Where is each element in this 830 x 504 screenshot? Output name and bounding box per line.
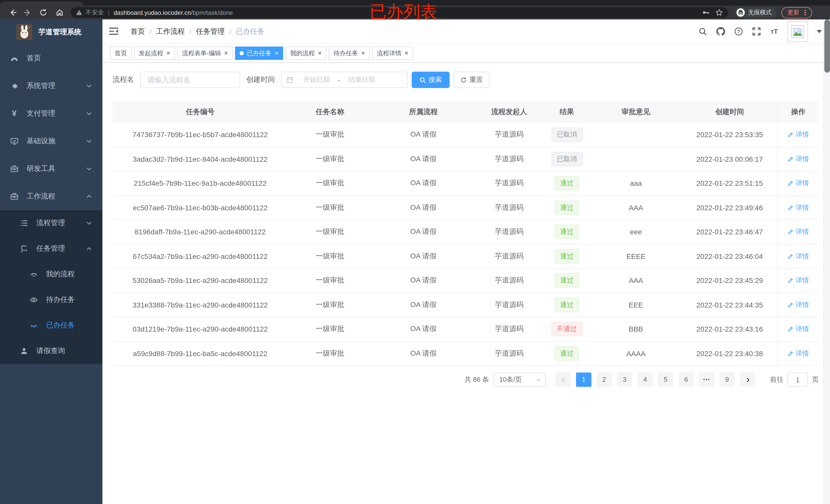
task-id-cell: 215cf4e5-7b9b-11ec-9a1b-acde48001122 bbox=[113, 171, 288, 195]
detail-button[interactable]: 详情 bbox=[788, 325, 809, 334]
url-path[interactable]: /bpm/task/done bbox=[191, 9, 233, 16]
detail-button[interactable]: 详情 bbox=[788, 349, 809, 358]
close-icon[interactable]: × bbox=[166, 49, 170, 57]
close-icon[interactable]: × bbox=[224, 49, 228, 57]
prev-page-button[interactable] bbox=[555, 372, 571, 387]
status-badge: 通过 bbox=[554, 201, 579, 215]
detail-label: 详情 bbox=[796, 130, 809, 139]
sidebar-item-任务管理[interactable]: 任务管理 bbox=[0, 236, 102, 262]
comment-cell bbox=[590, 123, 682, 146]
date-range-picker[interactable]: 开始日期 - 结束日期 bbox=[281, 72, 408, 88]
logo[interactable]: 芋道管理系统 bbox=[0, 20, 102, 44]
task-id-cell: a59c9d88-7b99-11ec-ba5c-acde48001122 bbox=[113, 341, 288, 365]
process-name-input[interactable] bbox=[140, 72, 240, 88]
task-name-cell: 一级审批 bbox=[288, 171, 372, 195]
chevron-up-icon bbox=[86, 193, 92, 200]
comment-cell: AAA bbox=[590, 269, 682, 293]
tab-首页[interactable]: 首页 bbox=[110, 46, 132, 60]
search-icon[interactable] bbox=[698, 27, 707, 36]
caret-down-icon[interactable] bbox=[817, 29, 822, 34]
tree-icon bbox=[20, 244, 28, 253]
page-ellipsis[interactable]: ••• bbox=[699, 372, 714, 387]
sidebar-item-我的流程[interactable]: 我的流程 bbox=[0, 262, 102, 287]
help-icon[interactable]: ? bbox=[734, 27, 743, 36]
tab-流程详情[interactable]: 流程详情× bbox=[372, 46, 413, 60]
url-host[interactable]: dashboard.yudao.iocoder.cn bbox=[114, 9, 191, 16]
action-cell: 详情 bbox=[777, 244, 819, 268]
sidebar-fold-icon[interactable] bbox=[109, 26, 119, 37]
page-size-value: 10条/页 bbox=[499, 375, 522, 384]
sidebar-item-工作流程[interactable]: 工作流程 bbox=[0, 183, 102, 210]
detail-button[interactable]: 详情 bbox=[788, 276, 809, 285]
fullscreen-icon[interactable] bbox=[752, 27, 761, 36]
sidebar-item-首页[interactable]: 首页 bbox=[0, 44, 102, 72]
goto-page-input[interactable] bbox=[788, 372, 808, 387]
forward-button[interactable] bbox=[23, 8, 32, 17]
reset-button[interactable]: 重置 bbox=[454, 72, 489, 88]
search-button[interactable]: 搜索 bbox=[412, 72, 450, 88]
sidebar-item-请假查询[interactable]: 请假查询 bbox=[0, 338, 102, 364]
close-icon[interactable]: × bbox=[275, 49, 278, 57]
start-date-placeholder[interactable]: 开始日期 bbox=[297, 75, 336, 85]
detail-button[interactable]: 详情 bbox=[788, 252, 809, 261]
window-scrollbar[interactable] bbox=[823, 20, 830, 504]
detail-button[interactable]: 详情 bbox=[788, 179, 809, 188]
table-row: 03d1219e-7b9a-11ec-a290-acde48001122一级审批… bbox=[113, 317, 819, 341]
breadcrumb-item-工作流程[interactable]: 工作流程 bbox=[156, 27, 185, 36]
back-button[interactable] bbox=[8, 8, 18, 17]
detail-button[interactable]: 详情 bbox=[788, 203, 809, 212]
filter-form: 流程名 创建时间 开始日期 - 结束日期 搜索 bbox=[113, 72, 830, 88]
tab-已办任务[interactable]: 已办任务× bbox=[235, 46, 283, 60]
page-button-4[interactable]: 4 bbox=[637, 372, 653, 387]
breadcrumb-item-任务管理[interactable]: 任务管理 bbox=[196, 27, 225, 36]
tab-流程表单-编辑[interactable]: 流程表单-编辑× bbox=[178, 46, 232, 60]
page-button-6[interactable]: 6 bbox=[678, 372, 694, 387]
page-button-3[interactable]: 3 bbox=[617, 372, 632, 387]
svg-text:?: ? bbox=[737, 29, 740, 34]
close-icon[interactable]: × bbox=[405, 49, 408, 57]
create-time-cell: 2022-01-22 23:46:47 bbox=[682, 220, 777, 244]
tab-发起流程[interactable]: 发起流程× bbox=[134, 46, 175, 60]
detail-button[interactable]: 详情 bbox=[788, 300, 809, 309]
edit-pencil-icon bbox=[788, 302, 794, 308]
font-size-icon[interactable]: ᴛT bbox=[770, 27, 779, 36]
detail-button[interactable]: 详情 bbox=[788, 130, 809, 139]
key-icon[interactable] bbox=[702, 9, 710, 16]
sidebar-item-支付管理[interactable]: ¥支付管理 bbox=[0, 100, 102, 127]
task-id-cell: 3adac3d2-7b9d-11ec-8404-acde48001122 bbox=[113, 147, 288, 171]
tab-我的流程[interactable]: 我的流程× bbox=[286, 46, 326, 60]
result-cell: 通过 bbox=[544, 244, 590, 268]
detail-button[interactable]: 详情 bbox=[788, 155, 809, 164]
next-page-button[interactable] bbox=[740, 372, 755, 387]
breadcrumb-separator: / bbox=[189, 27, 191, 36]
page-button-9[interactable]: 9 bbox=[720, 372, 735, 387]
process-cell: OA 请假 bbox=[372, 293, 475, 317]
avatar[interactable] bbox=[788, 21, 808, 42]
detail-button[interactable]: 详情 bbox=[788, 228, 809, 237]
breadcrumb-item-首页[interactable]: 首页 bbox=[131, 27, 145, 36]
page-button-5[interactable]: 5 bbox=[658, 372, 673, 387]
page-size-select[interactable]: 10条/页 bbox=[493, 372, 546, 387]
scrollbar-thumb[interactable] bbox=[824, 20, 830, 73]
page-button-2[interactable]: 2 bbox=[597, 372, 612, 387]
github-icon[interactable] bbox=[716, 27, 725, 36]
sidebar-item-已办任务[interactable]: 已办任务 bbox=[0, 313, 102, 338]
sidebar-item-待办任务[interactable]: 待办任务 bbox=[0, 287, 102, 313]
tab-待办任务[interactable]: 待办任务× bbox=[329, 46, 370, 60]
update-label[interactable]: 更新 bbox=[788, 9, 799, 16]
sidebar-item-研发工具[interactable]: 研发工具 bbox=[0, 155, 102, 183]
close-icon[interactable]: × bbox=[361, 49, 365, 57]
security-label[interactable]: 不安全 bbox=[86, 9, 104, 16]
end-date-placeholder[interactable]: 结束日期 bbox=[342, 75, 381, 85]
browser-tab[interactable] bbox=[0, 2, 84, 6]
reload-button[interactable] bbox=[38, 8, 47, 17]
page-button-1[interactable]: 1 bbox=[576, 372, 592, 387]
home-button[interactable] bbox=[55, 8, 64, 17]
close-icon[interactable]: × bbox=[318, 49, 322, 57]
search-icon bbox=[419, 76, 426, 83]
bookmark-star-icon[interactable] bbox=[715, 9, 723, 16]
sidebar-item-系统管理[interactable]: 系统管理 bbox=[0, 72, 102, 100]
sidebar-item-流程管理[interactable]: 流程管理 bbox=[0, 210, 102, 236]
sidebar-item-基础设施[interactable]: 基础设施 bbox=[0, 127, 102, 155]
update-button[interactable]: 更新 bbox=[781, 7, 812, 18]
